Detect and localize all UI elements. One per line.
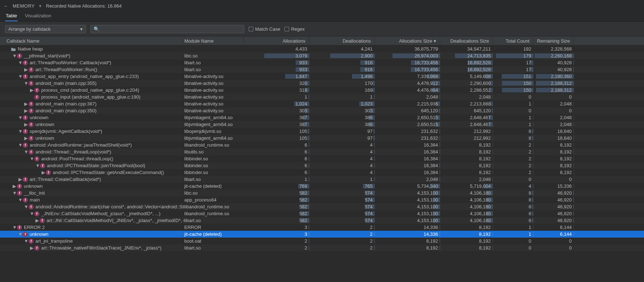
alloc-cell: 582 — [244, 197, 309, 203]
checkbox-icon — [249, 27, 253, 31]
table-row[interactable]: ▶art::Thread::CreateCallback(void*)libar… — [0, 176, 644, 183]
tree-collapse-icon[interactable]: ▼ — [18, 231, 22, 237]
tree-collapse-icon[interactable]: ▼ — [24, 204, 28, 209]
alloc-cell: 1,647 — [244, 74, 309, 79]
tree-collapse-icon[interactable]: ▼ — [18, 74, 22, 79]
tree-expand-icon[interactable]: ▶ — [12, 183, 16, 189]
tab-table[interactable]: Table — [5, 11, 18, 21]
memory-label[interactable]: MEMORY — [13, 3, 35, 9]
table-row[interactable]: Native heap4,4334,24136,875,77934,547,21… — [0, 45, 644, 52]
tree-collapse-icon[interactable]: ▼ — [24, 81, 28, 86]
tree-collapse-icon[interactable]: ▼ — [18, 115, 22, 120]
table-row[interactable]: ▶unknownlibjvmtiagent_arm64.so10597231,6… — [0, 135, 644, 142]
table-row[interactable]: ▶unknownjit-cache (deleted)7697655,734,3… — [0, 183, 644, 190]
remaining-cell: 6,144 — [533, 225, 574, 230]
table-row[interactable]: ▼android_app_entry (android_native_app_g… — [0, 73, 644, 80]
tree-collapse-icon[interactable]: ▼ — [18, 60, 22, 65]
tree-expand-icon[interactable]: ▶ — [24, 135, 28, 141]
tree-collapse-icon[interactable]: ▼ — [24, 149, 28, 155]
function-icon — [29, 67, 34, 72]
tree-expand-icon[interactable]: ▶ — [35, 218, 39, 223]
table-row[interactable]: ▼ERROR 2ERROR3214,3368,19216,144 — [0, 224, 644, 231]
table-row[interactable]: ▼mainapp_process645825744,153,1004,106,1… — [0, 196, 644, 203]
tree-collapse-icon[interactable]: ▼ — [12, 225, 16, 230]
tree-collapse-icon[interactable]: ▼ — [18, 129, 22, 134]
header-module[interactable]: Module Name — [184, 36, 244, 45]
tree-expand-icon[interactable]: ▶ — [30, 87, 34, 93]
table-row[interactable]: ▼android::Thread::_threadLoop(void*)libu… — [0, 148, 644, 155]
table-row[interactable]: ▼__libc_initlibc.so5825744,153,1004,106,… — [0, 190, 644, 196]
table-row[interactable]: ▶android_main (main.cpp:350)libnative-ac… — [0, 107, 644, 114]
dealloc-cell: 2 — [309, 225, 375, 230]
table-row[interactable]: ▼unknownjit-cache (deleted)3214,3368,192… — [0, 231, 644, 238]
table-row[interactable]: ▼art::ThreadPoolWorker::Callback(void*)l… — [0, 59, 644, 66]
tree-collapse-icon[interactable]: ▼ — [12, 190, 16, 196]
table-row[interactable]: ▶process_cmd (android_native_app_glue.c:… — [0, 87, 644, 94]
table-row[interactable]: ▼android::AndroidRuntime::javaThreadShel… — [0, 142, 644, 148]
tree-collapse-icon[interactable]: ▼ — [30, 156, 34, 161]
table-row[interactable]: ▶unknownlibjvmtiagent_arm64.so3873862,65… — [0, 121, 644, 128]
table-row[interactable]: ▶art::JNI::CallStaticVoidMethodV(_JNIEnv… — [0, 217, 644, 224]
table-row[interactable]: ▼__pthread_start(void*)libc.so3,0792,900… — [0, 52, 644, 59]
header-deallocations[interactable]: Deallocations — [309, 36, 375, 45]
table-row[interactable]: ▶android_main (main.cpp:387)libnative-ac… — [0, 100, 644, 107]
callstack-name-cell: ▼art::ThreadPoolWorker::Callback(void*) — [0, 60, 184, 65]
module-cell: libjvmtiagent_arm64.so — [184, 115, 244, 120]
tree-collapse-icon[interactable]: ▼ — [30, 211, 34, 216]
table-row[interactable]: ▼_JNIEnv::CallStaticVoidMethod(_jclass*,… — [0, 210, 644, 217]
dealloc_size-cell: 4,106,180 — [440, 204, 493, 209]
table-row[interactable]: process_input (android_native_app_glue.c… — [0, 94, 644, 100]
header-callstack[interactable]: Callstack Name — [0, 36, 184, 45]
search-input[interactable]: 🔍 — [90, 25, 244, 33]
match-case-checkbox[interactable]: Match Case — [249, 26, 280, 32]
table-row[interactable]: ▼android::IPCThreadState::joinThreadPool… — [0, 162, 644, 169]
table-row[interactable]: ▶art::ThreadPoolWorker::Run()libart.so93… — [0, 66, 644, 73]
chevron-down-icon[interactable]: ▾ — [39, 3, 42, 9]
tree-expand-icon[interactable]: ▶ — [24, 101, 28, 107]
table-row[interactable]: ▼unknownlibjvmtiagent_arm64.so3873862,65… — [0, 114, 644, 121]
table-row[interactable]: ▼android::PoolThread::threadLoop()libbin… — [0, 155, 644, 162]
remaining-cell: 2,048 — [533, 122, 574, 127]
remaining-cell: 15,336 — [533, 183, 574, 189]
dealloc-cell: 97 — [309, 135, 375, 141]
tree-expand-icon[interactable]: ▶ — [24, 108, 28, 113]
regex-checkbox[interactable]: Regex — [284, 26, 305, 32]
header-total-count[interactable]: Total Count — [493, 36, 533, 45]
table-row[interactable]: ▶android::IPCThreadState::getAndExecuteC… — [0, 169, 644, 176]
function-icon — [29, 101, 34, 107]
table-row[interactable]: ▼openjdkjvmti::AgentCallback(void*)libop… — [0, 128, 644, 135]
header-remaining[interactable]: Remaining Size — [533, 36, 574, 45]
tree-collapse-icon[interactable]: ▼ — [24, 238, 28, 244]
tree-collapse-icon[interactable]: ▼ — [18, 197, 22, 203]
tree-collapse-icon[interactable]: ▼ — [18, 142, 22, 148]
tab-visualization[interactable]: Visualization — [24, 11, 52, 21]
table-row[interactable]: ▶art::Throwable_nativeFillInStackTrace(_… — [0, 244, 644, 251]
module-cell: libjvmtiagent_arm64.so — [184, 135, 244, 141]
function-icon — [29, 136, 34, 141]
arrange-select[interactable]: Arrange by callstack ▾ — [5, 25, 86, 33]
callstack-name-cell: ▼android_main (main.cpp:355) — [0, 81, 184, 86]
remaining-cell: 46,920 — [533, 204, 574, 209]
table-row[interactable]: ▼art_jni_trampolineboot.oat228,1928,1920… — [0, 238, 644, 244]
header-alloc-size[interactable]: Allocations Size ▾ — [375, 36, 440, 45]
tree-expand-icon[interactable]: ▶ — [24, 122, 28, 127]
header-dealloc-size[interactable]: Deallocations Size — [440, 36, 493, 45]
table-row[interactable]: ▼android::AndroidRuntime::start(char con… — [0, 203, 644, 210]
module-cell: libandroid_runtime.so — [184, 211, 244, 216]
alloc-cell: 3 — [244, 225, 309, 230]
callstack-name-cell: ▶unknown — [0, 183, 184, 189]
remaining-cell: 46,920 — [533, 190, 574, 196]
alloc_size-cell: 16,384 — [375, 156, 440, 161]
tree-expand-icon[interactable]: ▶ — [41, 170, 45, 175]
tree-expand-icon[interactable]: ▶ — [30, 245, 34, 251]
alloc-cell: 1 — [244, 177, 309, 182]
header-allocations[interactable]: Allocations — [244, 36, 309, 45]
tree-collapse-icon[interactable]: ▼ — [12, 53, 16, 58]
total_count-cell: 1 — [493, 115, 533, 120]
tree-collapse-icon[interactable]: ▼ — [35, 163, 39, 168]
back-arrow-icon[interactable]: ← — [4, 3, 8, 9]
tree-expand-icon[interactable]: ▶ — [24, 67, 28, 72]
table-row[interactable]: ▼android_main (main.cpp:355)libnative-ac… — [0, 80, 644, 87]
tree-expand-icon[interactable]: ▶ — [18, 177, 22, 182]
row-name-label: unknown — [35, 135, 54, 141]
